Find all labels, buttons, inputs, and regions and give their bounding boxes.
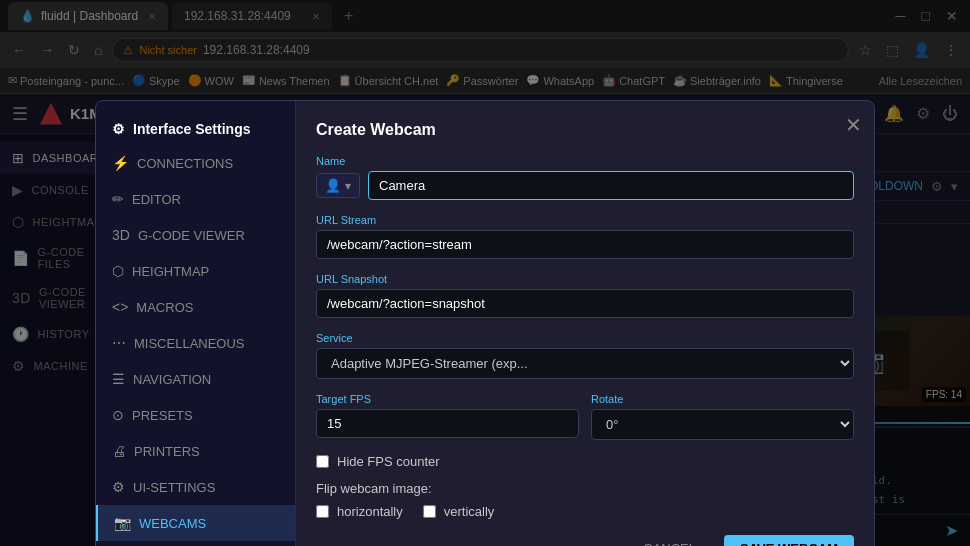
flip-horizontal-option: horizontally (316, 504, 403, 519)
modal-menu-presets[interactable]: ⊙ PRESETS (96, 397, 295, 433)
misc-label: MISCELLANEOUS (134, 336, 245, 351)
modal-overlay: ⚙ Interface Settings ⚡ CONNECTIONS ✏ EDI… (0, 0, 970, 546)
macros-icon: <> (112, 299, 128, 315)
printers-icon: 🖨 (112, 443, 126, 459)
create-webcam-title: Create Webcam (316, 121, 854, 139)
modal-footer: CANCEL SAVE WEBCAM (316, 535, 854, 546)
webcams-label: WEBCAMS (139, 516, 206, 531)
navigation-icon: ☰ (112, 371, 125, 387)
name-label: Name (316, 155, 854, 167)
modal-menu-webcams[interactable]: 📷 WEBCAMS (96, 505, 295, 541)
webcams-icon: 📷 (114, 515, 131, 531)
settings-icon: ⚙ (112, 121, 125, 137)
modal-menu-editor[interactable]: ✏ EDITOR (96, 181, 295, 217)
printers-label: PRINTERS (134, 444, 200, 459)
icon-picker[interactable]: 👤 ▾ (316, 173, 360, 198)
rotate-group: Rotate 0° 90° 180° 270° (591, 393, 854, 440)
modal-sidebar: ⚙ Interface Settings ⚡ CONNECTIONS ✏ EDI… (96, 101, 296, 546)
heightmap-modal-icon: ⬡ (112, 263, 124, 279)
flip-vertical-option: vertically (423, 504, 495, 519)
misc-icon: ⋯ (112, 335, 126, 351)
flip-vertical-label[interactable]: vertically (444, 504, 495, 519)
navigation-label: NAVIGATION (133, 372, 211, 387)
editor-icon: ✏ (112, 191, 124, 207)
modal-title: ⚙ Interface Settings (96, 109, 295, 145)
fps-group: Target FPS (316, 393, 579, 440)
ui-settings-label: UI-SETTINGS (133, 480, 215, 495)
name-group: Name 👤 ▾ (316, 155, 854, 200)
url-snapshot-input[interactable] (316, 289, 854, 318)
heightmap-label: HEIGHTMAP (132, 264, 209, 279)
ui-settings-icon: ⚙ (112, 479, 125, 495)
presets-icon: ⊙ (112, 407, 124, 423)
modal-menu-miscellaneous[interactable]: ⋯ MISCELLANEOUS (96, 325, 295, 361)
interface-settings-modal: ⚙ Interface Settings ⚡ CONNECTIONS ✏ EDI… (95, 100, 875, 546)
url-snapshot-group: URL Snapshot (316, 273, 854, 318)
gcode-viewer-label: G-CODE VIEWER (138, 228, 245, 243)
service-select[interactable]: Adaptive MJPEG-Streamer (exp... (316, 348, 854, 379)
modal-menu-gcode-viewer[interactable]: 3D G-CODE VIEWER (96, 217, 295, 253)
url-stream-input[interactable] (316, 230, 854, 259)
modal-menu-ui-settings[interactable]: ⚙ UI-SETTINGS (96, 469, 295, 505)
cancel-button[interactable]: CANCEL (627, 535, 712, 546)
modal-menu-connections[interactable]: ⚡ CONNECTIONS (96, 145, 295, 181)
modal-menu-navigation[interactable]: ☰ NAVIGATION (96, 361, 295, 397)
url-stream-group: URL Stream (316, 214, 854, 259)
modal-form-content: Create Webcam Name 👤 ▾ URL Stream (296, 101, 874, 546)
service-label: Service (316, 332, 854, 344)
connections-label: CONNECTIONS (137, 156, 233, 171)
modal-close-button[interactable]: ✕ (845, 113, 862, 137)
modal-title-label: Interface Settings (133, 121, 250, 137)
flip-horizontal-checkbox[interactable] (316, 505, 329, 518)
modal-menu-heightmap[interactable]: ⬡ HEIGHTMAP (96, 253, 295, 289)
flip-horizontal-label[interactable]: horizontally (337, 504, 403, 519)
presets-label: PRESETS (132, 408, 193, 423)
fps-rotate-row: Target FPS Rotate 0° 90° 180° 270° (316, 393, 854, 454)
rotate-label: Rotate (591, 393, 854, 405)
hide-fps-group: Hide FPS counter (316, 454, 854, 469)
flip-options: horizontally vertically (316, 504, 854, 519)
modal-menu-macros[interactable]: <> MACROS (96, 289, 295, 325)
editor-label: EDITOR (132, 192, 181, 207)
flip-section: Flip webcam image: horizontally vertical… (316, 481, 854, 519)
macros-label: MACROS (136, 300, 193, 315)
webcam-name-input[interactable] (368, 171, 854, 200)
url-snapshot-label: URL Snapshot (316, 273, 854, 285)
modal-menu-printers[interactable]: 🖨 PRINTERS (96, 433, 295, 469)
hide-fps-checkbox[interactable] (316, 455, 329, 468)
gcode-viewer-modal-icon: 3D (112, 227, 130, 243)
fps-input[interactable] (316, 409, 579, 438)
connections-icon: ⚡ (112, 155, 129, 171)
flip-vertical-checkbox[interactable] (423, 505, 436, 518)
rotate-select[interactable]: 0° 90° 180° 270° (591, 409, 854, 440)
hide-fps-label[interactable]: Hide FPS counter (337, 454, 440, 469)
fps-label: Target FPS (316, 393, 579, 405)
webcam-person-icon: 👤 (325, 178, 341, 193)
flip-label: Flip webcam image: (316, 481, 854, 496)
save-webcam-button[interactable]: SAVE WEBCAM (724, 535, 854, 546)
url-stream-label: URL Stream (316, 214, 854, 226)
service-group: Service Adaptive MJPEG-Streamer (exp... (316, 332, 854, 379)
icon-picker-chevron: ▾ (345, 179, 351, 193)
